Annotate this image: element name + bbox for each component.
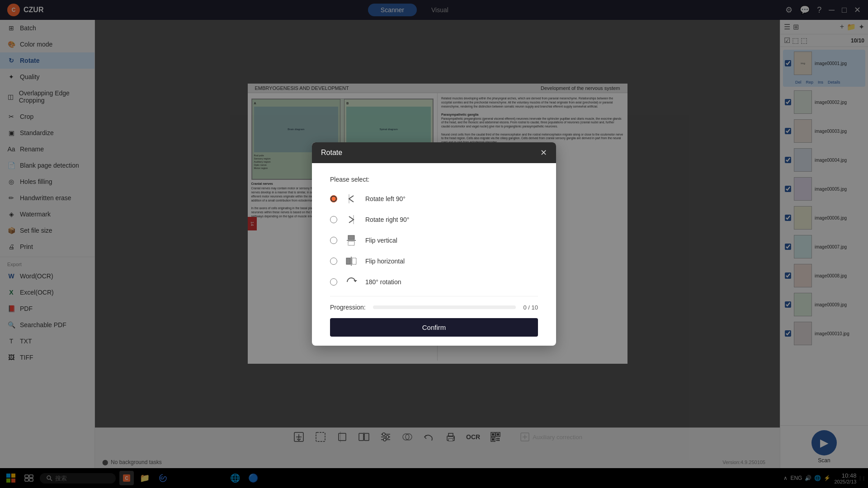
modal-title: Rotate xyxy=(321,149,342,157)
flip-horizontal-icon xyxy=(344,254,358,268)
rotate-left-90-radio[interactable] xyxy=(330,195,337,202)
flip-horizontal-label: Flip horizontal xyxy=(365,258,405,265)
flip-vertical-label: Flip vertical xyxy=(365,237,397,244)
progression-label: Progression: xyxy=(330,304,366,311)
modal-close-button[interactable]: ✕ xyxy=(540,148,547,158)
rotate-right-90-icon xyxy=(344,213,358,226)
flip-horizontal-option[interactable]: Flip horizontal xyxy=(330,254,538,268)
rotation-180-option[interactable]: 180° rotation xyxy=(330,275,538,289)
modal-divider xyxy=(330,296,538,296)
rotation-180-radio[interactable] xyxy=(330,278,337,286)
flip-horizontal-radio[interactable] xyxy=(330,258,337,265)
rotate-left-90-icon xyxy=(344,192,358,206)
svg-rect-38 xyxy=(352,258,356,264)
confirm-button[interactable]: Confirm xyxy=(330,318,538,337)
rotate-right-90-option[interactable]: Rotate right 90° xyxy=(330,213,538,226)
progression-count: 0 / 10 xyxy=(523,304,538,311)
modal-body: Please select: Rotate left 90° xyxy=(312,163,556,346)
rotate-left-90-option[interactable]: Rotate left 90° xyxy=(330,192,538,206)
flip-vertical-radio[interactable] xyxy=(330,237,337,244)
rotation-180-icon xyxy=(344,275,358,289)
rotation-180-label: 180° rotation xyxy=(365,278,401,286)
rotate-right-90-radio[interactable] xyxy=(330,216,337,223)
rotate-left-90-label: Rotate left 90° xyxy=(365,195,406,202)
svg-rect-35 xyxy=(348,241,354,245)
svg-rect-34 xyxy=(348,235,354,239)
svg-rect-37 xyxy=(346,258,350,264)
rotate-right-90-label: Rotate right 90° xyxy=(365,216,409,223)
modal-overlay: Rotate ✕ Please select: Rotate left 90° xyxy=(0,0,868,488)
flip-vertical-icon xyxy=(344,234,358,247)
progress-bar xyxy=(373,305,516,309)
svg-marker-40 xyxy=(354,280,357,282)
rotate-modal: Rotate ✕ Please select: Rotate left 90° xyxy=(312,142,556,346)
progression-row: Progression: 0 / 10 xyxy=(330,304,538,311)
flip-vertical-option[interactable]: Flip vertical xyxy=(330,234,538,247)
modal-select-label: Please select: xyxy=(330,176,538,183)
modal-header: Rotate ✕ xyxy=(312,142,556,163)
